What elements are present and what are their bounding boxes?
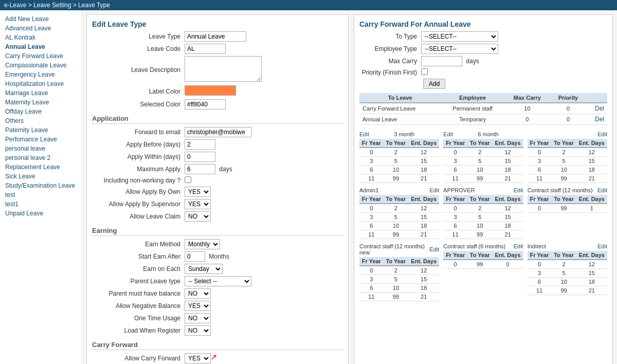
cf-employee-type-select[interactable]: --SELECT-- xyxy=(421,44,498,54)
sidebar-item-personal-leave-2[interactable]: personal leave 2 xyxy=(0,153,82,162)
parent-leave-type-select[interactable]: -- Select -- xyxy=(185,276,251,286)
leave-type-input[interactable]: Annual Leave xyxy=(185,31,246,42)
sidebar-item-perfomance-leave[interactable]: Perfomance Leave xyxy=(0,135,82,144)
sidebar-item-personal-leave[interactable]: personal leave xyxy=(0,144,82,153)
apply-before-input[interactable] xyxy=(185,139,215,150)
sidebar-item-others[interactable]: Others xyxy=(0,116,82,125)
sidebar-item-annual-leave[interactable]: Annual Leave xyxy=(0,42,82,51)
earn-method-row: Earn Method MonthlyAnnual xyxy=(92,239,343,249)
earn-contract12-h1: Fr Year xyxy=(528,195,552,204)
earn-admin1-h3: Ent. Days xyxy=(408,195,439,204)
sidebar-item-marriage-leave[interactable]: Marriage Leave xyxy=(0,88,82,98)
allow-apply-own-row: Allow Apply By Own YESNO xyxy=(92,187,343,197)
apply-within-input[interactable] xyxy=(185,152,215,162)
allow-apply-supervisor-select[interactable]: YESNO xyxy=(185,199,211,209)
earn-contract6-h3: Ent. Days xyxy=(492,251,523,260)
sidebar-item-carry-forward-leave[interactable]: Carry Forward Leave xyxy=(0,51,82,61)
sidebar-item-offday-leave[interactable]: Offday Leave xyxy=(0,107,82,116)
maximum-apply-input[interactable] xyxy=(185,164,215,174)
sidebar-item-add-new-leave[interactable]: Add New Leave xyxy=(0,14,82,24)
sidebar-item-unpaid-leave[interactable]: Unpaid Leave xyxy=(0,209,82,218)
allow-apply-supervisor-row: Allow Apply By Supervisor YESNO xyxy=(92,199,343,209)
sidebar-item-advanced-leave[interactable]: Advanced Leave xyxy=(0,24,82,33)
earn-groups-row3: Contract staff (12 months) new Edit Fr Y… xyxy=(359,243,607,301)
label-color-box[interactable] xyxy=(185,85,236,96)
allow-cf-select[interactable]: YESNO xyxy=(185,353,211,363)
including-nonworking-row: Including non-working day ? xyxy=(92,176,343,185)
cf-max-carry-row: Max Carry days xyxy=(359,56,607,66)
sidebar-item-test[interactable]: test xyxy=(0,190,82,199)
parent-must-balance-row: Parent must have balance NOYES xyxy=(92,288,343,299)
earn-approver-edit-link[interactable]: Edit xyxy=(514,187,523,193)
table-row: 61018 xyxy=(528,166,607,174)
sidebar-item-test1[interactable]: test1 xyxy=(0,199,82,209)
earn-group-3month: Edit 3 month Fr Year To Year Ent. Days 0… xyxy=(359,131,439,183)
sidebar-item-sick-leave[interactable]: Sick Leave xyxy=(0,172,82,181)
one-time-usage-select[interactable]: NOYES xyxy=(185,313,211,323)
parent-must-balance-select[interactable]: NOYES xyxy=(185,288,211,299)
sidebar-item-paternity-leave[interactable]: Paternity Leave xyxy=(0,125,82,135)
earn-edit-edit-link[interactable]: Edit xyxy=(597,131,607,137)
maximum-apply-unit: days xyxy=(219,166,232,173)
earn-contract12-h3: Ent. Days xyxy=(576,195,607,204)
earn-contract12new-h2: To Year xyxy=(384,257,408,266)
table-row: 0990 xyxy=(443,260,523,269)
sidebar-item-study-leave[interactable]: Study/Examination Leave xyxy=(0,181,82,190)
edit-leave-type-section: Edit Leave Type Leave Type Annual Leave … xyxy=(92,20,343,110)
allow-negative-balance-select[interactable]: YESNO xyxy=(185,301,211,311)
earn-admin1-edit-link[interactable]: Edit xyxy=(429,187,439,193)
sidebar-item-hospitalization-leave[interactable]: Hospitalization Leave xyxy=(0,79,82,88)
sidebar-item-compassionate-leave[interactable]: Compassionate Leave xyxy=(0,61,82,70)
earn-6month-edit-link[interactable]: Edit xyxy=(443,131,453,137)
load-when-register-select[interactable]: NOYES xyxy=(185,325,211,336)
parent-leave-type-label: Parent Leave type xyxy=(92,278,185,285)
earning-title: Earning xyxy=(92,227,343,236)
earn-contract12new-edit-link[interactable]: Edit xyxy=(429,246,439,252)
leave-code-input[interactable] xyxy=(185,44,226,54)
table-row: 3515 xyxy=(359,157,439,166)
cf-max-carry-unit: days xyxy=(466,58,479,65)
cf-max-carry-input[interactable] xyxy=(421,56,462,66)
cf-row1-del-link[interactable]: Del xyxy=(595,105,604,112)
earn-method-select[interactable]: MonthlyAnnual xyxy=(185,239,220,249)
including-nonworking-checkbox[interactable] xyxy=(185,176,191,183)
selected-color-label: Selected Color xyxy=(92,101,185,108)
leave-description-input[interactable] xyxy=(185,56,262,82)
earn-indirect-edit-link[interactable]: Edit xyxy=(597,243,607,249)
cf-priority-label: Priority (Finish First) xyxy=(359,69,421,76)
earn-group-6month: Edit 6 month Fr Year To Year Ent. Days 0… xyxy=(443,131,523,183)
earn-groups-row2: Admin1 Edit Fr Year To Year Ent. Days 02… xyxy=(359,187,607,239)
cf-row2-del-link[interactable]: Del xyxy=(595,116,604,123)
load-when-register-label: Load When Register xyxy=(92,327,185,334)
sidebar-item-emergency-leave[interactable]: Emergency Leave xyxy=(0,70,82,79)
carry-forward-annual-title: Carry Forward For Annual Leave xyxy=(359,20,607,28)
cf-to-type-select[interactable]: --SELECT-- xyxy=(421,31,498,42)
selected-color-input[interactable] xyxy=(185,99,226,110)
allow-leave-claim-select[interactable]: NOYES xyxy=(185,211,211,222)
start-earn-after-input[interactable] xyxy=(185,251,205,262)
earn-contract12-edit-link[interactable]: Edit xyxy=(597,187,607,193)
forward-email-input[interactable] xyxy=(185,127,251,137)
table-row: 119921 xyxy=(443,230,523,239)
earn-contract12-label: Contract staff (12 months) xyxy=(528,187,593,193)
earn-approver-h1: Fr Year xyxy=(443,195,467,204)
allow-apply-own-select[interactable]: YESNO xyxy=(185,187,211,197)
earn-3month-table: Fr Year To Year Ent. Days 02123515610181… xyxy=(359,139,439,183)
cf-row1-employee: Permanent staff xyxy=(441,103,504,114)
table-row: 61018 xyxy=(528,278,607,286)
cf-add-button[interactable]: Add xyxy=(423,79,445,89)
cf-max-carry-label: Max Carry xyxy=(359,58,421,65)
earn-3month-edit-link[interactable]: Edit xyxy=(359,131,369,137)
table-row: 3515 xyxy=(359,213,439,222)
sidebar-item-replacement-leave[interactable]: Replacement Leave xyxy=(0,162,82,172)
earn-contract6-edit-link[interactable]: Edit xyxy=(514,243,523,249)
maximum-apply-row: Maximum Apply days xyxy=(92,164,343,174)
forward-email-row: Forward to email xyxy=(92,127,343,137)
cf-priority-checkbox[interactable] xyxy=(421,68,428,75)
carry-forward-title: Carry Forward xyxy=(92,341,343,350)
earn-on-each-select[interactable]: SundayMondayLast Day xyxy=(185,264,223,274)
sidebar-item-maternity-leave[interactable]: Maternity Leave xyxy=(0,98,82,107)
cf-row2-max-carry: 0 xyxy=(504,114,551,125)
cf-annual-form: To Type --SELECT-- Employee Type --SELEC… xyxy=(359,31,607,89)
sidebar-item-al-kontrak[interactable]: AL Kontrak xyxy=(0,33,82,42)
